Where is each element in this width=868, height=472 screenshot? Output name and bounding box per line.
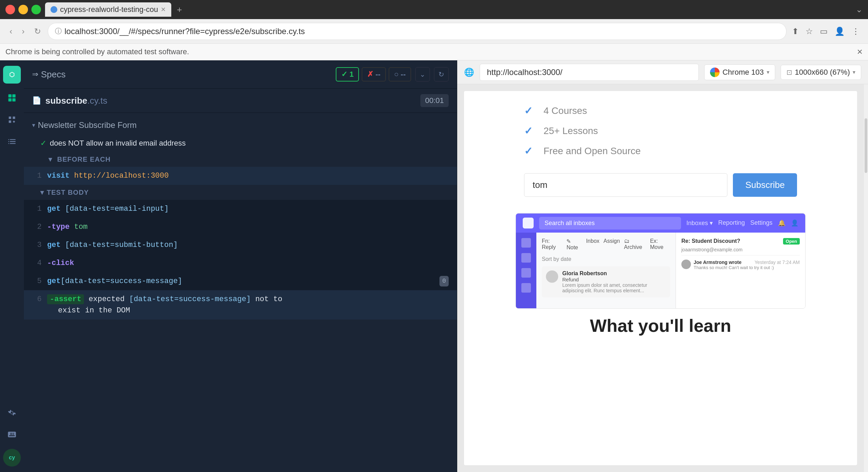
svg-rect-1 — [12, 94, 15, 98]
title-bar: cypress-realworld-testing-cou ✕ + ⌄ — [0, 0, 868, 19]
reload-button[interactable]: ↻ — [31, 25, 44, 38]
preview-scrollbar[interactable] — [864, 84, 868, 472]
code-line-1: 1 visit http://localhost:3000 — [24, 167, 457, 185]
menu-icon[interactable]: ⋮ — [850, 25, 861, 38]
preview-url-bar[interactable]: http://localhost:3000/ — [480, 64, 699, 81]
pending-stat: ○ -- — [389, 67, 411, 82]
code-line-tb-3: 3 get [data-test=submit-button] — [24, 236, 457, 254]
sidebar-icon[interactable]: ▭ — [819, 25, 829, 38]
sidebar-item-settings[interactable] — [4, 405, 19, 420]
pass-stat: ✓ 1 — [336, 67, 359, 82]
viewport-icon: ⊡ — [786, 68, 792, 76]
share-icon[interactable]: ⬆ — [791, 25, 800, 38]
browser-name: Chrome 103 — [722, 68, 764, 77]
cypress-sidebar: ⬡ — [0, 60, 24, 472]
panel-from: joaarmstrong@example.com — [681, 247, 800, 252]
code-line-tb-1: 1 get [data-test=email-input] — [24, 200, 457, 218]
test-title: does NOT allow an invalid email address — [50, 139, 186, 148]
sidebar-item-tasklist[interactable] — [4, 134, 19, 149]
feature-item-2: ✓ 25+ Lessons — [524, 125, 797, 137]
panel-subject: Open Re: Student Discount? — [681, 238, 800, 244]
app-ss-sidebar — [516, 233, 536, 308]
feature-item-1: ✓ 4 Courses — [524, 105, 797, 117]
email-input[interactable] — [524, 173, 727, 197]
maximize-window-button[interactable] — [31, 5, 41, 14]
new-tab-button[interactable]: + — [174, 3, 185, 16]
reply-content: Joe Armstrong wrote Yesterday at 7:24 AM… — [694, 260, 800, 270]
file-name: subscribe — [45, 95, 87, 106]
profile-icon[interactable]: 👤 — [833, 25, 846, 38]
specs-stats: ✓ 1 ✗ -- ○ -- — [336, 67, 411, 82]
subscribe-button[interactable]: Subscribe — [733, 173, 797, 197]
app-search-bar: Search all inboxes — [539, 217, 681, 230]
tab-bar: cypress-realworld-testing-cou ✕ + ⌄ — [45, 2, 863, 17]
code-line-tb-4: 4 -click — [24, 254, 457, 272]
bookmark-icon[interactable]: ☆ — [804, 25, 814, 38]
suite-header[interactable]: ▾ Newsletter Subscribe Form — [24, 116, 457, 135]
check-icon-1: ✓ — [524, 105, 533, 117]
preview-content: ✓ 4 Courses ✓ 25+ Lessons ✓ Free and Ope… — [464, 91, 857, 465]
feature-text-3: Free and Open Source — [544, 146, 641, 157]
test-body-label: ▾ TEST BODY — [24, 185, 457, 200]
app-sidebar-icon-3 — [521, 268, 531, 278]
window-controls: ⌄ — [856, 5, 863, 14]
reply-text: Thanks so much! Can't wait to try it out… — [694, 265, 800, 270]
browser-chevron-icon: ▾ — [767, 69, 769, 75]
preview-toolbar: 🌐 http://localhost:3000/ Chrome 103 ▾ ⊡ … — [457, 60, 868, 84]
dropdown-button[interactable]: ⌄ — [415, 67, 430, 82]
sidebar-item-dashboard[interactable] — [4, 90, 19, 105]
viewport-selector[interactable]: ⊡ 1000x660 (67%) ▾ — [781, 65, 861, 80]
file-extension: .cy.ts — [87, 95, 107, 106]
test-tree: ▾ Newsletter Subscribe Form ✓ does NOT a… — [24, 113, 457, 472]
learn-title: What you'll learn — [590, 315, 731, 336]
line-number: 1 — [32, 170, 42, 181]
sidebar-item-keyboard[interactable] — [4, 427, 19, 442]
globe-icon: 🌐 — [464, 68, 474, 77]
tab-close-button[interactable]: ✕ — [161, 6, 166, 13]
tab-favicon — [50, 6, 57, 13]
alert-text: Chrome is being controlled by automated … — [5, 47, 189, 56]
reply-name: Joe Armstrong wrote Yesterday at 7:24 AM — [694, 260, 800, 265]
specs-header: ⇒ Specs ✓ 1 ✗ -- ○ -- — [24, 60, 457, 89]
sidebar-item-runner[interactable] — [4, 112, 19, 127]
refresh-button[interactable]: ↻ — [434, 67, 449, 82]
app-ss-sort: Sort by date — [542, 256, 670, 262]
traffic-lights — [5, 5, 41, 14]
pending-icon: ○ — [394, 70, 399, 79]
email-avatar — [546, 270, 558, 283]
code-line-tb-6: 6 -assert expected [data-test=success-me… — [24, 290, 457, 320]
app-screenshot: Search all inboxes Inboxes ▾ Reporting S… — [516, 213, 806, 309]
viewport-chevron-icon: ▾ — [853, 69, 855, 75]
preview-area: ✓ 4 Courses ✓ 25+ Lessons ✓ Free and Ope… — [457, 84, 868, 472]
scrollbar-thumb[interactable] — [865, 118, 867, 173]
visit-keyword: visit — [47, 172, 70, 180]
address-bar[interactable]: ⓘ localhost:3000/__/#/specs/runner?file=… — [48, 23, 786, 40]
test-body-chevron: ▾ — [40, 188, 44, 196]
app-sidebar-icon-2 — [521, 253, 531, 263]
active-tab[interactable]: cypress-realworld-testing-cou ✕ — [45, 2, 171, 17]
specs-title: ⇒ Specs — [32, 69, 332, 80]
panel-reply: Joe Armstrong wrote Yesterday at 7:24 AM… — [681, 255, 800, 274]
forward-button[interactable]: › — [19, 25, 27, 38]
before-each-chevron: ▾ — [48, 156, 52, 163]
back-button[interactable]: ‹ — [7, 25, 15, 38]
reply-avatar — [681, 260, 691, 269]
app-ss-header: Search all inboxes Inboxes ▾ Reporting S… — [516, 213, 805, 233]
suite-chevron-icon: ▾ — [32, 121, 35, 129]
line-content: visit http://localhost:3000 — [47, 170, 449, 181]
viewport-size: 1000x660 (67%) — [795, 68, 850, 77]
suite-title: Newsletter Subscribe Form — [38, 120, 136, 130]
main-content: ⬡ — [0, 60, 868, 472]
minimize-window-button[interactable] — [18, 5, 28, 14]
svg-rect-3 — [12, 98, 15, 101]
browser-selector[interactable]: Chrome 103 ▾ — [704, 64, 775, 80]
email-sender: Gloria Robertson — [562, 270, 666, 277]
cypress-panel: ⇒ Specs ✓ 1 ✗ -- ○ -- — [24, 60, 457, 472]
url-value: http://localhost:3000 — [74, 172, 169, 180]
email-subject: Refund — [562, 277, 666, 282]
feature-list: ✓ 4 Courses ✓ 25+ Lessons ✓ Free and Ope… — [524, 105, 797, 157]
test-item[interactable]: ✓ does NOT allow an invalid email addres… — [24, 135, 457, 152]
alert-close-button[interactable]: × — [857, 46, 863, 57]
close-window-button[interactable] — [5, 5, 15, 14]
preview-pane: 🌐 http://localhost:3000/ Chrome 103 ▾ ⊡ … — [457, 60, 868, 472]
